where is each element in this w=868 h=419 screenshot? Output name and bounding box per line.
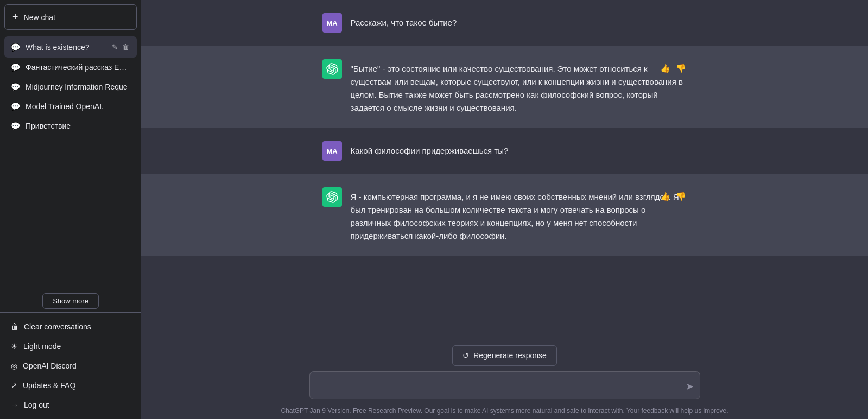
sidebar-bottom-item-clear[interactable]: 🗑Clear conversations <box>4 317 137 337</box>
chat-icon: 💬 <box>11 63 20 72</box>
send-icon: ➤ <box>686 380 694 392</box>
clear-icon: 🗑 <box>11 322 18 331</box>
clear-label: Clear conversations <box>24 322 91 331</box>
logout-label: Log out <box>24 401 49 409</box>
regenerate-label: Regenerate response <box>473 351 547 360</box>
chat-messages: MAРасскажи, что такое бытие?"Бытие" - эт… <box>141 0 868 339</box>
chat-icon: 💬 <box>11 122 20 130</box>
message-row-msg-3: MAКакой философии придерживаешься ты? <box>141 128 868 174</box>
message-actions: 👍👎 <box>659 191 687 202</box>
thumbs-up-button[interactable]: 👍 <box>659 62 671 74</box>
sidebar: + New chat 💬What is existence?✎🗑💬Фантаст… <box>0 0 141 419</box>
footer-link[interactable]: ChatGPT Jan 9 Version <box>281 407 349 415</box>
chat-icon: 💬 <box>11 82 20 91</box>
send-button[interactable]: ➤ <box>686 380 694 392</box>
ai-avatar <box>322 187 342 207</box>
thumbs-down-button[interactable]: 👎 <box>675 191 687 202</box>
message-row-msg-1: MAРасскажи, что такое бытие? <box>141 0 868 46</box>
sidebar-bottom-item-light[interactable]: ☀Light mode <box>4 337 137 356</box>
faq-label: Updates & FAQ <box>23 381 75 390</box>
show-more-button[interactable]: Show more <box>42 293 99 309</box>
conversation-label: What is existence? <box>26 43 105 52</box>
message-inner: Я - компьютерная программа, и я не имею … <box>309 187 700 243</box>
light-icon: ☀ <box>11 342 18 351</box>
conversation-item[interactable]: 💬Фантастический рассказ Енот <box>4 58 137 77</box>
edit-conversation-button[interactable]: ✎ <box>111 42 119 52</box>
conversation-item[interactable]: 💬What is existence?✎🗑 <box>4 36 137 58</box>
conversation-item[interactable]: 💬Приветствие <box>4 116 137 136</box>
sidebar-bottom-item-discord[interactable]: ◎OpenAI Discord <box>4 356 137 376</box>
message-text: Какой философии придерживаешься ты? <box>351 141 687 161</box>
plus-icon: + <box>12 11 18 23</box>
user-avatar: MA <box>322 13 342 33</box>
light-label: Light mode <box>23 342 61 351</box>
message-actions: 👍👎 <box>659 62 687 74</box>
sidebar-bottom-item-faq[interactable]: ↗Updates & FAQ <box>4 376 137 395</box>
discord-icon: ◎ <box>11 361 17 370</box>
delete-conversation-button[interactable]: 🗑 <box>121 42 130 52</box>
conversation-label: Midjourney Information Reque <box>26 82 130 91</box>
message-inner: MAРасскажи, что такое бытие? <box>309 13 700 33</box>
conversation-list: 💬What is existence?✎🗑💬Фантастический рас… <box>0 34 141 290</box>
sidebar-bottom: 🗑Clear conversations☀Light mode◎OpenAI D… <box>0 312 141 419</box>
message-text: "Бытие" - это состояние или качество сущ… <box>351 59 687 115</box>
chat-icon: 💬 <box>11 43 20 52</box>
chat-bottom: ↺ Regenerate response ➤ ChatGPT Jan 9 Ve… <box>141 339 868 419</box>
chat-icon: 💬 <box>11 102 20 111</box>
message-inner: MAКакой философии придерживаешься ты? <box>309 141 700 161</box>
message-row-msg-2: "Бытие" - это состояние или качество сущ… <box>141 46 868 128</box>
conversation-label: Model Trained OpenAI. <box>26 102 130 111</box>
conversation-label: Приветствие <box>26 122 130 130</box>
message-text: Расскажи, что такое бытие? <box>351 13 687 33</box>
new-chat-button[interactable]: + New chat <box>4 4 137 30</box>
conversation-item[interactable]: 💬Midjourney Information Reque <box>4 77 137 97</box>
input-area: ➤ <box>309 371 700 402</box>
message-text: Я - компьютерная программа, и я не имею … <box>351 187 687 243</box>
conversation-label: Фантастический рассказ Енот <box>26 63 130 72</box>
regenerate-button[interactable]: ↺ Regenerate response <box>452 345 557 366</box>
conversation-item[interactable]: 💬Model Trained OpenAI. <box>4 97 137 116</box>
conversation-actions: ✎🗑 <box>111 42 130 52</box>
sidebar-bottom-item-logout[interactable]: →Log out <box>4 395 137 415</box>
logout-icon: → <box>11 401 18 409</box>
chat-input[interactable] <box>309 371 700 399</box>
discord-label: OpenAI Discord <box>23 361 77 370</box>
new-chat-label: New chat <box>24 13 55 22</box>
thumbs-up-button[interactable]: 👍 <box>659 191 671 202</box>
ai-avatar <box>322 59 342 79</box>
regenerate-icon: ↺ <box>462 351 469 360</box>
user-avatar: MA <box>322 141 342 161</box>
main-chat: MAРасскажи, что такое бытие?"Бытие" - эт… <box>141 0 868 419</box>
thumbs-down-button[interactable]: 👎 <box>675 62 687 74</box>
message-row-msg-4: Я - компьютерная программа, и я не имею … <box>141 174 868 256</box>
faq-icon: ↗ <box>11 381 17 390</box>
footer-text: ChatGPT Jan 9 Version. Free Research Pre… <box>281 407 728 415</box>
footer-description: . Free Research Preview. Our goal is to … <box>349 407 728 415</box>
message-inner: "Бытие" - это состояние или качество сущ… <box>309 59 700 115</box>
